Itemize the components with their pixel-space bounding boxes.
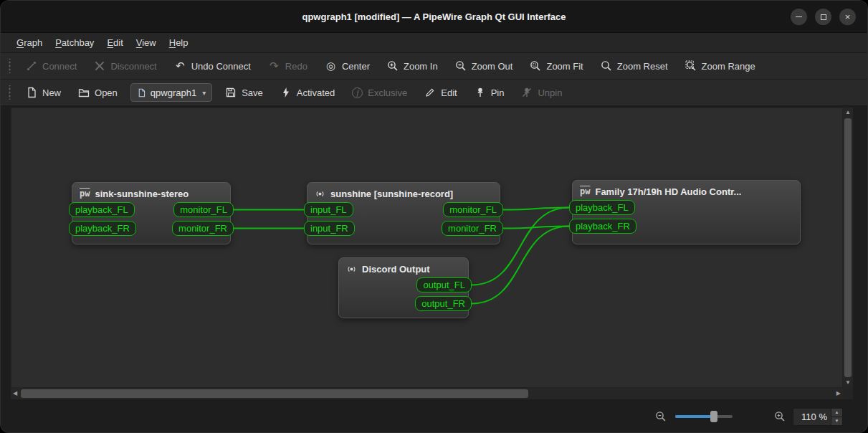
horizontal-scrollbar: ◀ ▶ [11, 388, 843, 399]
scroll-right-arrow[interactable]: ▶ [836, 391, 841, 396]
spin-down-button[interactable]: ▼ [831, 417, 842, 425]
lightning-icon [280, 87, 292, 98]
patchbay-file-combobox[interactable]: qpwgraph1 ▾ [130, 83, 212, 102]
graph-canvas[interactable]: pwsink-sunshine-stereoplayback_FLmonitor… [11, 108, 843, 388]
record-icon [346, 264, 357, 275]
zoom-slider[interactable] [675, 411, 733, 422]
zoom-slider-fill [675, 415, 714, 418]
port-input[interactable]: input_FL [304, 202, 353, 217]
zoom-in-button[interactable]: Zoom In [380, 56, 445, 76]
save-button[interactable]: Save [218, 82, 270, 103]
graph-node-sink[interactable]: pwsink-sunshine-stereoplayback_FLmonitor… [72, 182, 231, 244]
node-title: Discord Output [362, 264, 430, 275]
pipewire-icon: pw [580, 186, 590, 196]
spin-up-button[interactable]: ▲ [831, 409, 842, 417]
zoom-out-icon [455, 60, 467, 72]
toolbar-drag-handle[interactable] [8, 59, 11, 73]
node-header: sunshine [sunshine-record] [307, 183, 500, 199]
new-button[interactable]: New [19, 82, 68, 103]
redo-button[interactable]: ↷ Redo [261, 56, 315, 76]
zoom-out-button[interactable]: Zoom Out [448, 56, 520, 76]
connect-button[interactable]: Connect [19, 56, 84, 76]
port-output[interactable]: monitor_FR [172, 221, 234, 236]
statusbar: 110 % ▲ ▼ [1, 399, 867, 433]
close-icon: × [845, 11, 851, 22]
toolbar-graph: Connect Disconnect ↶ Undo Connect ↷ Redo… [1, 53, 867, 80]
port-input[interactable]: playback_FR [569, 219, 636, 234]
node-header: Discord Output [339, 258, 468, 275]
port-input[interactable]: playback_FL [569, 200, 635, 215]
menu-patchbay[interactable]: Patchbay [49, 35, 100, 50]
spin-arrows: ▲ ▼ [831, 409, 842, 425]
zoom-fit-button[interactable]: Zoom Fit [523, 56, 590, 76]
menu-edit[interactable]: Edit [100, 35, 129, 50]
node-title: sunshine [sunshine-record] [330, 189, 453, 199]
port-input[interactable]: input_FR [304, 221, 355, 236]
zoom-value[interactable]: 110 % [793, 409, 831, 425]
pin-button[interactable]: Pin [467, 82, 512, 103]
exclusive-button[interactable]: f Exclusive [345, 82, 414, 103]
toolbar-patchbay: New Open qpwgraph1 ▾ Save Activated f Ex… [1, 80, 867, 106]
graph-nodes-layer: pwsink-sunshine-stereoplayback_FLmonitor… [11, 108, 842, 387]
canvas-region: pwsink-sunshine-stereoplayback_FLmonitor… [11, 108, 853, 399]
window-controls: × [791, 1, 856, 33]
undo-icon: ↶ [174, 60, 186, 72]
zoom-slider-handle[interactable] [710, 411, 717, 422]
node-title: Family 17h/19h HD Audio Contr... [595, 186, 741, 197]
zoom-fit-icon [530, 60, 541, 72]
pipewire-icon: pw [80, 189, 90, 199]
exclusive-icon: f [352, 87, 363, 98]
port-output[interactable]: output_FR [415, 296, 472, 311]
unpin-button[interactable]: Unpin [514, 82, 569, 103]
port-input[interactable]: playback_FR [69, 221, 136, 236]
menu-view[interactable]: View [130, 35, 163, 50]
activated-button[interactable]: Activated [273, 82, 342, 103]
patchbay-file-name: qpwgraph1 [151, 87, 196, 98]
port-output[interactable]: output_FL [416, 277, 472, 292]
disconnect-button[interactable]: Disconnect [87, 56, 163, 76]
zoom-range-icon [685, 60, 697, 72]
record-icon [315, 189, 325, 199]
zoom-value-spinbox[interactable]: 110 % ▲ ▼ [793, 408, 843, 426]
scroll-down-arrow[interactable]: ▼ [845, 380, 851, 386]
vertical-scroll-thumb[interactable] [844, 118, 852, 377]
node-header: pwFamily 17h/19h HD Audio Contr... [573, 181, 800, 197]
minimize-button[interactable] [791, 9, 807, 25]
minimize-icon [796, 16, 802, 18]
zoom-reset-icon [601, 60, 612, 72]
port-output[interactable]: monitor_FL [173, 202, 234, 217]
unpin-icon [521, 87, 533, 98]
port-output[interactable]: monitor_FR [442, 221, 503, 236]
close-button[interactable]: × [839, 9, 856, 25]
menu-graph[interactable]: Graph [10, 35, 49, 50]
maximize-icon [821, 14, 826, 20]
maximize-button[interactable] [815, 9, 831, 25]
port-input[interactable]: playback_FL [69, 202, 135, 217]
scroll-up-arrow[interactable]: ▲ [845, 110, 851, 115]
horizontal-scroll-thumb[interactable] [21, 389, 528, 398]
graph-node-sunshine[interactable]: sunshine [sunshine-record]input_FLmonito… [307, 182, 500, 244]
zoom-reset-button[interactable]: Zoom Reset [593, 56, 675, 76]
center-button[interactable]: ◎ Center [318, 56, 377, 76]
open-button[interactable]: Open [71, 82, 125, 103]
menu-help[interactable]: Help [163, 35, 195, 50]
scrollbar-corner [843, 388, 853, 399]
spin-up-icon: ▲ [835, 410, 839, 414]
open-folder-icon [78, 87, 90, 98]
zoom-in-icon[interactable] [774, 411, 786, 422]
zoom-out-icon[interactable] [655, 411, 667, 422]
toolbar-drag-handle[interactable] [8, 85, 11, 100]
pencil-icon [424, 87, 436, 98]
edit-button[interactable]: Edit [417, 82, 464, 103]
undo-connect-button[interactable]: ↶ Undo Connect [167, 56, 258, 76]
patchbay-file-icon [137, 88, 146, 97]
save-icon [225, 87, 237, 98]
port-output[interactable]: monitor_FL [443, 202, 503, 217]
scroll-left-arrow[interactable]: ◀ [13, 391, 17, 396]
titlebar[interactable]: qpwgraph1 [modified] — A PipeWire Graph … [1, 1, 867, 33]
graph-node-family[interactable]: pwFamily 17h/19h HD Audio Contr...playba… [572, 180, 801, 244]
node-title: sink-sunshine-stereo [95, 189, 189, 199]
graph-node-discord[interactable]: Discord Outputoutput_FLoutput_FR [338, 257, 469, 318]
new-file-icon [26, 87, 37, 98]
zoom-range-button[interactable]: Zoom Range [678, 56, 763, 76]
